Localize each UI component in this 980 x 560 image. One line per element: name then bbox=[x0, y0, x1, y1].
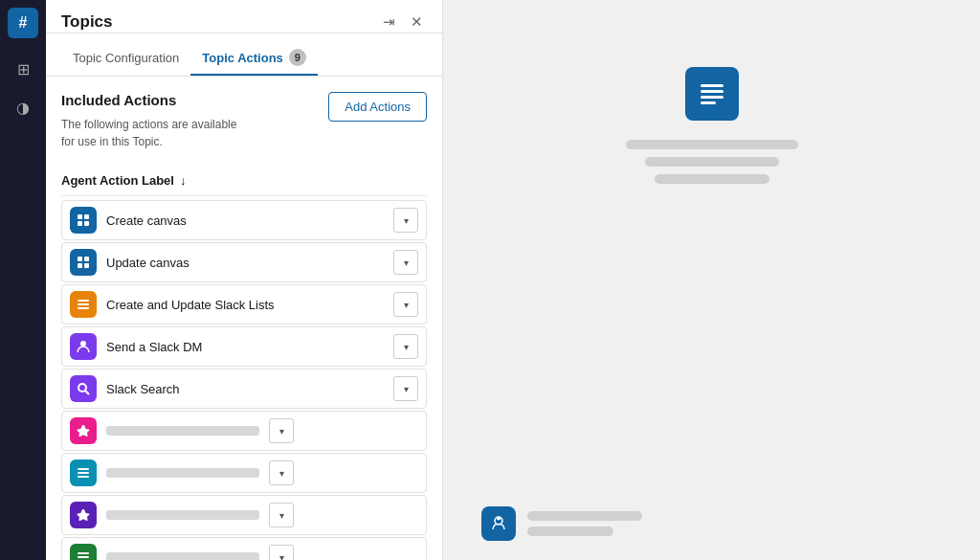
svg-rect-3 bbox=[84, 221, 89, 226]
action-item[interactable]: ▾ bbox=[61, 411, 427, 451]
svg-rect-2 bbox=[78, 221, 82, 226]
sidebar-header-icons: ⇥ ✕ bbox=[379, 11, 427, 33]
action-dropdown-1[interactable]: ▾ bbox=[393, 208, 418, 233]
main-area bbox=[443, 0, 980, 560]
action-dropdown-8[interactable]: ▾ bbox=[269, 503, 294, 527]
action-dropdown-9[interactable]: ▾ bbox=[269, 545, 294, 560]
action-item[interactable]: ▾ bbox=[61, 495, 427, 535]
action-dropdown-7[interactable]: ▾ bbox=[269, 460, 294, 485]
action-label-2: Update canvas bbox=[106, 256, 384, 270]
action-icon-2 bbox=[70, 249, 97, 276]
action-dropdown-4[interactable]: ▾ bbox=[393, 334, 418, 359]
svg-rect-7 bbox=[84, 263, 89, 268]
svg-point-11 bbox=[80, 341, 86, 347]
action-icon-8 bbox=[70, 502, 97, 528]
action-label-3: Create and Update Slack Lists bbox=[106, 298, 384, 312]
svg-point-12 bbox=[78, 384, 86, 392]
pin-icon[interactable]: ⇥ bbox=[379, 11, 399, 33]
svg-rect-21 bbox=[701, 90, 724, 93]
action-item[interactable]: Slack Search ▾ bbox=[61, 369, 427, 409]
action-icon-1 bbox=[70, 207, 97, 234]
sidebar-header: Topics ⇥ ✕ bbox=[46, 0, 442, 34]
action-icon-9 bbox=[70, 544, 97, 560]
svg-line-13 bbox=[85, 391, 89, 394]
main-list-icon bbox=[685, 67, 739, 121]
action-label-placeholder-8 bbox=[106, 510, 259, 520]
svg-rect-23 bbox=[701, 101, 716, 104]
add-actions-button[interactable]: Add Actions bbox=[328, 92, 427, 122]
action-item[interactable]: Create canvas ▾ bbox=[61, 200, 427, 240]
placeholder-line bbox=[626, 140, 798, 149]
sidebar-content: Included Actions The following actions a… bbox=[46, 77, 442, 560]
svg-rect-6 bbox=[78, 263, 82, 268]
svg-rect-4 bbox=[78, 257, 82, 261]
action-item[interactable]: Send a Slack DM ▾ bbox=[61, 326, 427, 367]
action-dropdown-5[interactable]: ▾ bbox=[393, 376, 418, 401]
included-actions-heading: Included Actions bbox=[61, 92, 253, 108]
sort-icon: ↓ bbox=[180, 173, 187, 188]
palette-icon[interactable]: ◑ bbox=[8, 92, 38, 123]
svg-rect-10 bbox=[78, 307, 89, 309]
tab-topic-configuration[interactable]: Topic Configuration bbox=[61, 41, 190, 76]
main-placeholder bbox=[626, 67, 798, 184]
action-label-1: Create canvas bbox=[106, 213, 384, 228]
icon-rail: # ⊞ ◑ bbox=[0, 0, 46, 560]
action-list: Create canvas ▾ Update canvas ▾ bbox=[61, 200, 427, 560]
bottom-placeholder-line bbox=[527, 511, 642, 521]
close-icon[interactable]: ✕ bbox=[407, 11, 427, 33]
sidebar-panel: Topics ⇥ ✕ Topic Configuration Topic Act… bbox=[46, 0, 443, 560]
action-icon-6 bbox=[70, 417, 97, 444]
placeholder-line bbox=[645, 157, 779, 167]
bottom-row bbox=[481, 506, 642, 541]
action-label-4: Send a Slack DM bbox=[106, 340, 384, 354]
action-item[interactable]: Update canvas ▾ bbox=[61, 242, 427, 282]
main-placeholder-lines bbox=[626, 140, 798, 184]
svg-rect-16 bbox=[78, 476, 89, 478]
included-actions-section: Included Actions The following actions a… bbox=[61, 92, 427, 150]
svg-rect-0 bbox=[78, 214, 82, 219]
placeholder-line bbox=[655, 174, 769, 184]
action-icon-7 bbox=[70, 459, 97, 486]
action-dropdown-6[interactable]: ▾ bbox=[269, 418, 294, 443]
included-actions-description: The following actions are available for … bbox=[61, 116, 253, 150]
svg-rect-8 bbox=[78, 300, 89, 302]
action-label-placeholder-6 bbox=[106, 426, 259, 436]
action-dropdown-2[interactable]: ▾ bbox=[393, 250, 418, 275]
svg-rect-9 bbox=[78, 303, 89, 305]
included-actions-text: Included Actions The following actions a… bbox=[61, 92, 253, 150]
svg-rect-18 bbox=[78, 556, 89, 558]
action-icon-3 bbox=[70, 291, 97, 318]
grid-icon[interactable]: ⊞ bbox=[8, 54, 38, 84]
action-icon-5 bbox=[70, 375, 97, 402]
svg-rect-1 bbox=[84, 214, 89, 219]
action-item[interactable]: ▾ bbox=[61, 537, 427, 560]
app-logo[interactable]: # bbox=[8, 8, 38, 38]
tab-topic-actions[interactable]: Topic Actions 9 bbox=[190, 41, 318, 76]
action-item[interactable]: Create and Update Slack Lists ▾ bbox=[61, 284, 427, 325]
action-label-header: Agent Action Label ↓ bbox=[61, 166, 427, 196]
bottom-agent-icon bbox=[481, 506, 516, 541]
action-dropdown-3[interactable]: ▾ bbox=[393, 292, 418, 317]
sidebar-title: Topics bbox=[61, 12, 113, 32]
svg-rect-20 bbox=[701, 84, 724, 87]
svg-point-25 bbox=[497, 520, 501, 524]
svg-rect-14 bbox=[78, 468, 89, 470]
action-label-placeholder-9 bbox=[106, 552, 259, 560]
svg-rect-5 bbox=[84, 257, 89, 261]
svg-rect-17 bbox=[78, 552, 89, 554]
action-label-5: Slack Search bbox=[106, 382, 384, 396]
action-item[interactable]: ▾ bbox=[61, 453, 427, 493]
svg-rect-22 bbox=[701, 96, 724, 99]
tab-badge: 9 bbox=[289, 49, 306, 66]
action-icon-4 bbox=[70, 333, 97, 360]
tabs: Topic Configuration Topic Actions 9 bbox=[46, 41, 442, 77]
bottom-placeholder-line bbox=[527, 526, 613, 536]
action-label-placeholder-7 bbox=[106, 468, 259, 478]
svg-rect-15 bbox=[78, 472, 89, 474]
